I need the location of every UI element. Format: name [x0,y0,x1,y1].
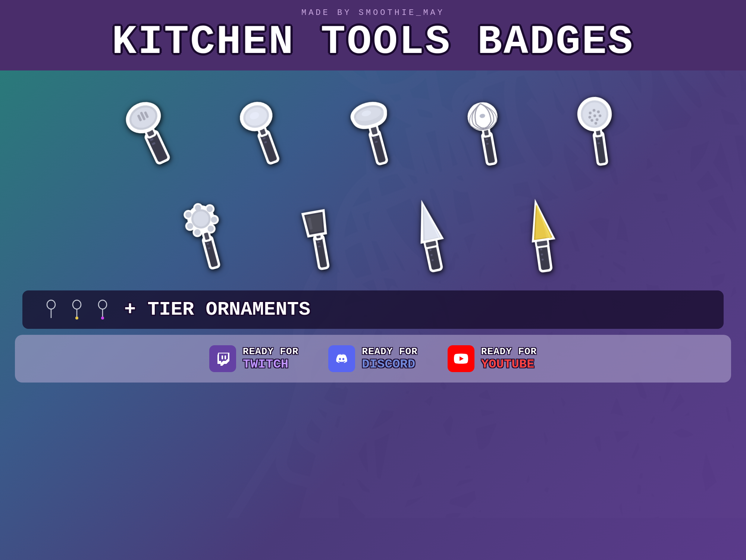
svg-point-121 [47,300,55,309]
tool-badge-ladle [328,82,418,179]
tools-section [0,70,746,283]
svg-point-123 [73,300,81,309]
svg-rect-130 [222,355,223,359]
tier-spoon-gold [67,299,87,320]
discord-ready-for: READY FOR [362,346,417,357]
whisk-icon [444,85,526,175]
platform-badge-youtube: READY FOR YOUTUBE [448,345,537,372]
discord-icon [328,345,355,372]
twitch-text: READY FOR TWITCH [243,346,298,371]
main-title: KITCHEN TOOLS BADGES [15,21,731,64]
discord-name: DISCORD [362,357,417,371]
header: MADE BY SMOOTHIE_MAY KITCHEN TOOLS BADGE… [0,0,746,70]
tier-spoon-plain [41,299,62,320]
svg-point-126 [98,300,107,309]
bottom-badges: READY FOR TWITCH READY FOR DISCORD [15,335,731,383]
tools-row-2 [22,186,724,283]
pastry-brush-icon [164,190,246,279]
platform-badge-twitch: READY FOR TWITCH [209,345,298,372]
content-area: + TIER ORNAMENTS READY FOR T [0,70,746,560]
chefs-knife-icon [388,190,470,279]
spatula-icon [108,85,190,175]
tool-badge-whisk [440,82,530,179]
twitch-icon [209,345,236,372]
yellow-knife-icon [500,190,582,279]
tool-badge-pastrybrush [160,186,250,283]
tools-row-1 [22,82,724,179]
platform-badge-discord: READY FOR DISCORD [328,345,417,372]
youtube-text: READY FOR YOUTUBE [481,346,537,371]
skimmer-icon [556,85,638,175]
made-by-label: MADE BY SMOOTHIE_MAY [15,8,731,18]
tool-badge-spoon [216,82,306,179]
main-container: MADE BY SMOOTHIE_MAY KITCHEN TOOLS BADGE… [0,0,746,560]
tier-plus-label: + TIER ORNAMENTS [124,299,310,321]
tier-spoon-purple [93,299,113,320]
tool-badge-yellow-knife [496,186,586,283]
tool-badge-chefs-knife [384,186,474,283]
tool-badge-spatula [104,82,194,179]
tool-badge-skimmer [552,82,642,179]
silicone-spatula-icon [276,190,358,279]
ladle-icon [332,85,414,175]
youtube-ready-for: READY FOR [481,346,537,357]
tier-box: + TIER ORNAMENTS [22,290,724,329]
svg-rect-131 [225,355,226,359]
svg-point-125 [75,317,78,320]
twitch-ready-for: READY FOR [243,346,298,357]
youtube-icon [448,345,474,372]
tool-badge-silicone-spatula [272,186,362,283]
tier-ornaments [41,299,113,320]
spoon-icon [220,85,302,175]
tier-section: + TIER ORNAMENTS [22,290,724,329]
twitch-name: TWITCH [243,357,298,371]
svg-point-128 [101,317,104,320]
discord-text: READY FOR DISCORD [362,346,417,371]
youtube-name: YOUTUBE [481,357,537,371]
